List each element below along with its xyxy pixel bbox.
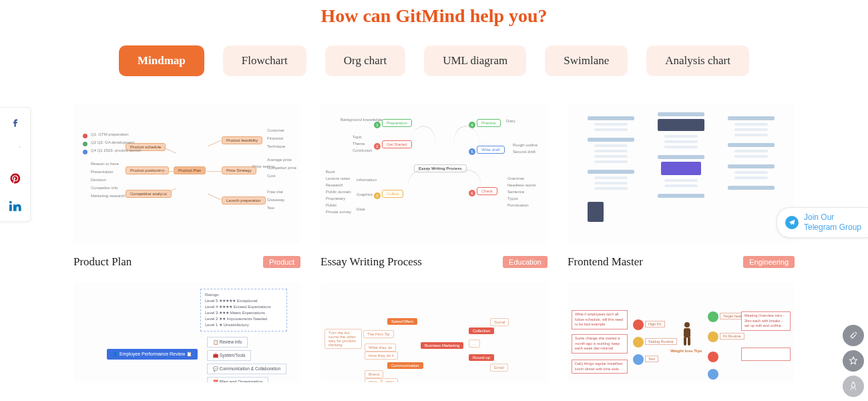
tab-analysis[interactable]: Analysis chart	[646, 45, 749, 76]
template-badge: Engineering	[743, 256, 795, 268]
template-thumb: Product Plan Product feasibility Price S…	[73, 103, 300, 243]
template-title: Essay Writing Process	[320, 255, 422, 269]
mm-center: Business Marketing	[421, 342, 463, 349]
mm-node: Price Strategy	[222, 166, 256, 174]
rocket-tool-button[interactable]	[843, 376, 864, 397]
template-card-essay[interactable]: Essay Writing Process 1 Preparation 2 Ge…	[320, 103, 548, 269]
template-thumb	[568, 103, 795, 243]
template-card-product-plan[interactable]: Product Plan Product feasibility Price S…	[73, 103, 300, 269]
ratings-box: Ratings: Level 5 ★★★★★ Exceptional Level…	[200, 289, 287, 331]
template-badge: Product	[263, 256, 300, 268]
social-share-rail	[0, 107, 31, 222]
category-tabs: Mindmap Flowchart Org chart UML diagram …	[0, 45, 868, 76]
templates-row-1: Product Plan Product feasibility Price S…	[0, 103, 868, 282]
template-card-weightloss[interactable]: Weight loss Tips High Pri Setting Routin…	[568, 282, 795, 382]
floating-tools	[843, 325, 864, 397]
tab-uml[interactable]: UML diagram	[424, 45, 526, 76]
template-thumb: Business Marketing Sales/Offers Communic…	[320, 282, 548, 382]
templates-row-2: Ratings: Level 5 ★★★★★ Exceptional Level…	[0, 282, 868, 396]
tab-swimlane[interactable]: Swimlane	[545, 45, 628, 76]
pinterest-icon[interactable]	[9, 172, 22, 185]
template-thumb: Ratings: Level 5 ★★★★★ Exceptional Level…	[73, 282, 300, 382]
perf-center: 👤 Employee Performance Review 📋	[107, 349, 198, 360]
twitter-icon[interactable]	[9, 144, 22, 157]
linkedin-icon[interactable]	[9, 200, 22, 213]
tab-mindmap[interactable]: Mindmap	[119, 45, 204, 76]
mm-node: Competitive analysis	[126, 190, 172, 198]
mm-node: Product positioning	[126, 166, 169, 174]
mm-center: Product Plan	[174, 166, 206, 174]
settings-tool-button[interactable]	[843, 325, 864, 346]
template-title: Frontend Master	[568, 255, 643, 269]
facebook-icon[interactable]	[9, 116, 22, 129]
person-icon	[681, 322, 693, 346]
tab-flowchart[interactable]: Flowchart	[223, 45, 306, 76]
mm-node: Product feasibility	[222, 136, 262, 144]
page-heading: How can GitMind help you?	[0, 0, 868, 45]
tab-orgchart[interactable]: Org chart	[325, 45, 405, 76]
mm-center: Weight loss Tips	[670, 349, 702, 353]
telegram-icon	[785, 216, 799, 229]
telegram-join-button[interactable]: Join Our Telegram Group	[777, 207, 868, 238]
template-title: Product Plan	[73, 255, 132, 269]
mm-node: Launch preparation	[222, 196, 266, 205]
template-thumb: Weight loss Tips High Pri Setting Routin…	[568, 282, 795, 382]
template-badge: Education	[503, 256, 548, 268]
favorite-tool-button[interactable]	[843, 350, 864, 372]
template-card-performance[interactable]: Ratings: Level 5 ★★★★★ Exceptional Level…	[73, 282, 300, 382]
template-thumb: Essay Writing Process 1 Preparation 2 Ge…	[320, 103, 548, 243]
template-card-frontend[interactable]: Frontend Master Engineering	[568, 103, 795, 269]
template-card-marketing[interactable]: Business Marketing Sales/Offers Communic…	[320, 282, 548, 382]
